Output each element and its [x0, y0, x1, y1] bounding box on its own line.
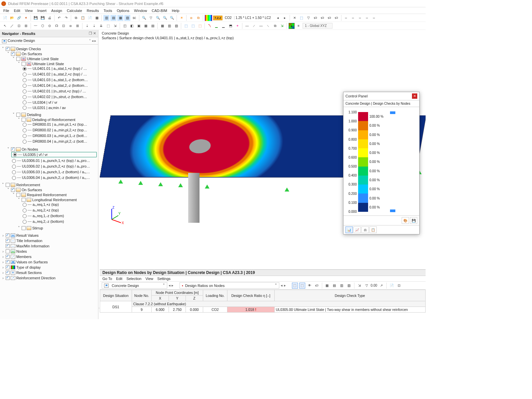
save-scale-icon[interactable]: 💾 [410, 217, 417, 224]
chart-icon[interactable]: 〽 [206, 23, 212, 29]
draw5-icon[interactable]: ⬡ [40, 23, 46, 29]
find-icon[interactable]: 🔍 [141, 15, 147, 21]
results-menu-view[interactable]: View [145, 277, 153, 281]
grid3-icon[interactable]: ▥ [339, 283, 345, 289]
wand-icon[interactable]: ✦ [234, 23, 240, 29]
sub2-icon[interactable]: ⟋ [251, 23, 257, 29]
navigator-tree[interactable]: ˅Design Checks ˅On Surfaces ˅MUltimate L… [0, 45, 98, 319]
details-icon[interactable]: 📄 [389, 283, 395, 289]
draw10-icon[interactable]: ⊞ [74, 23, 80, 29]
results-menu-goto[interactable]: Go To [102, 277, 112, 281]
view2-icon[interactable]: ◧ [129, 23, 135, 29]
print-icon[interactable]: 🖨 [47, 15, 53, 21]
frame-icon[interactable]: ⬚ [299, 15, 305, 21]
tag2-icon[interactable]: 🏷 [320, 15, 326, 21]
sub1-icon[interactable]: — [244, 23, 250, 29]
results-table[interactable]: Design Situation Node No. Node Point Coo… [100, 290, 426, 313]
results-combo-type[interactable]: •Design Ratios on Nodes˅ [180, 282, 279, 289]
load1-icon[interactable]: ⇣ [84, 23, 90, 29]
script-icon[interactable]: sc [131, 15, 137, 21]
details2-icon[interactable]: ⊡ [396, 283, 402, 289]
sun-icon[interactable]: ☀ [179, 15, 185, 21]
tree-check[interactable] [6, 271, 10, 275]
copy-icon[interactable]: ⧉ [73, 15, 79, 21]
radio[interactable] [23, 84, 27, 88]
sub5-icon[interactable]: ⧉ [272, 23, 278, 29]
tree-check[interactable] [16, 193, 20, 197]
dim-icon[interactable]: ↔ [343, 15, 349, 21]
redo-icon[interactable]: ↷ [63, 15, 69, 21]
table3-icon[interactable]: ▦ [117, 15, 123, 21]
control-title[interactable]: Control Panel [345, 94, 368, 98]
tag-icon[interactable]: 🏷 [313, 15, 319, 21]
tree-check[interactable] [22, 198, 26, 202]
prev-icon[interactable]: ◂ [275, 15, 281, 21]
doc-icon[interactable]: 📄 [87, 15, 93, 21]
sub3-icon[interactable]: — [258, 23, 264, 29]
tree-item-selected[interactable]: UL0305 | vf / vr [11, 152, 97, 157]
grid1-icon[interactable]: ▦ [324, 283, 330, 289]
filter2-icon[interactable]: ▽ [306, 15, 312, 21]
radio[interactable] [23, 140, 27, 144]
results-off-icon[interactable]: ✕ [292, 15, 298, 21]
tree-check[interactable] [6, 265, 10, 269]
dim3-icon[interactable]: ↔ [357, 15, 363, 21]
table2-icon[interactable]: ▤ [110, 15, 116, 21]
tab-factors-icon[interactable]: 📈 [353, 226, 361, 233]
load4-icon[interactable]: ⬚ [105, 23, 111, 29]
tag3-icon[interactable]: 🏷 [327, 15, 332, 21]
struct-icon[interactable]: ⧈ [188, 15, 194, 21]
radio[interactable] [23, 220, 27, 224]
filter-icon[interactable]: ▽ [148, 15, 154, 21]
radio[interactable] [23, 100, 27, 104]
radio[interactable] [23, 89, 27, 93]
menu-insert[interactable]: Insert [37, 9, 47, 13]
menu-help[interactable]: Help [172, 9, 180, 13]
undo-icon[interactable]: ↶ [56, 15, 62, 21]
dim5-icon[interactable]: ↔ [371, 15, 377, 21]
load5-icon[interactable]: ⇲ [112, 23, 118, 29]
menu-tools[interactable]: Tools [103, 9, 112, 13]
select-all-icon[interactable]: ⬚ [299, 283, 305, 289]
chart2-icon[interactable]: ▁ [213, 23, 219, 29]
tree-check[interactable] [22, 226, 26, 230]
radio[interactable] [23, 78, 27, 82]
tree-check[interactable] [6, 239, 10, 243]
disp1-icon[interactable]: ⬚ [183, 23, 189, 29]
menu-assign[interactable]: Assign [51, 9, 62, 13]
edit-scale-icon[interactable]: 🎨 [402, 217, 409, 224]
tree-check[interactable] [16, 57, 20, 61]
tree-check[interactable] [11, 188, 15, 192]
grid2-icon[interactable]: ▤ [332, 283, 337, 289]
clipboard-icon[interactable]: 📋 [80, 15, 86, 21]
undock-icon[interactable]: ❐ [89, 31, 92, 35]
nav-sub-label[interactable]: Concrete Design [8, 39, 35, 43]
disp3-icon[interactable]: ⬚ [197, 23, 203, 29]
tab-colorscale-icon[interactable]: 📊 [345, 226, 353, 233]
menu-calculate[interactable]: Calculate [67, 9, 82, 13]
radio[interactable] [23, 123, 27, 127]
direction-icon[interactable]: ↗ [378, 283, 384, 289]
chart4-icon[interactable]: ⬒ [227, 23, 233, 29]
load3-icon[interactable]: ⇊ [98, 23, 104, 29]
table1-icon[interactable]: ▥ [103, 15, 109, 21]
radio[interactable] [23, 128, 27, 132]
badge-722[interactable]: 7.2.2 [213, 16, 222, 20]
tree-check[interactable] [6, 183, 10, 187]
radio[interactable] [23, 95, 27, 99]
radio[interactable] [23, 72, 27, 76]
tab-filter-icon[interactable]: 📋 [369, 226, 377, 233]
select-in-view-icon[interactable]: ⬚ [292, 283, 298, 289]
grid4-icon[interactable]: ▧ [346, 283, 352, 289]
tree-check[interactable] [6, 276, 10, 280]
tag-icon[interactable]: 🏷 [314, 283, 320, 289]
open-icon[interactable]: 📂 [9, 15, 15, 21]
disp2-icon[interactable]: ⬚ [190, 23, 196, 29]
tree-check[interactable] [6, 233, 10, 237]
menu-view[interactable]: View [25, 9, 33, 13]
view3-icon[interactable]: ▣ [136, 23, 142, 29]
control-panel[interactable]: Control Panel ✕ Concrete Design | Design… [343, 92, 420, 234]
draw3-icon[interactable]: ⊞ [23, 23, 29, 29]
global-xyz-combo[interactable]: 1 - Global XYZ [303, 23, 332, 29]
results-menu-sel[interactable]: Selection [126, 277, 141, 281]
